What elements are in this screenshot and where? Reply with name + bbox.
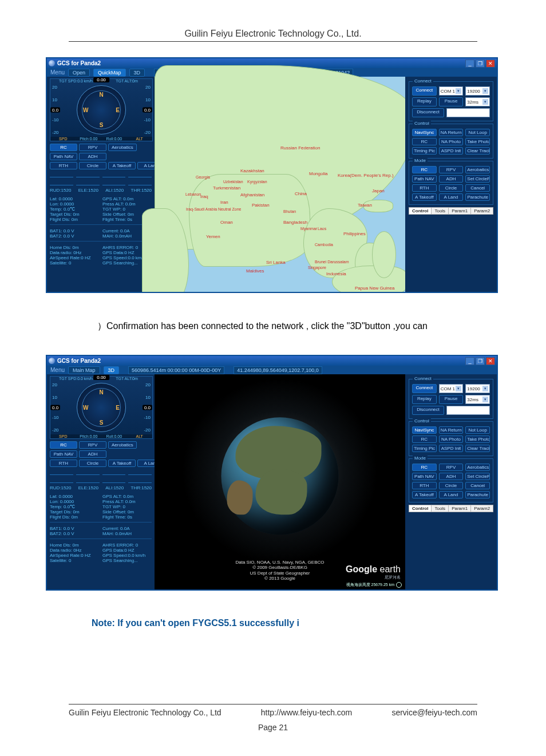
adh-button[interactable]: ADH bbox=[79, 153, 106, 160]
map-label: Brunei Darussalam bbox=[315, 260, 349, 264]
footer-rule bbox=[69, 704, 477, 704]
control-group: Control NaviSync NA Return Not Loop RC N… bbox=[409, 124, 493, 159]
map-label: Iraq-Saudi Arabia Neutral Zone bbox=[186, 207, 242, 211]
na-photo-button[interactable]: NA Photo bbox=[439, 138, 464, 145]
a-takeoff-button[interactable]: A Takeoff bbox=[108, 162, 136, 169]
screenshot-2d: GCS for Panda2 _ ❐ ✕ Menu Open QuickMap … bbox=[46, 57, 498, 293]
mode-adh-button[interactable]: ADH bbox=[439, 175, 464, 183]
baud-select[interactable]: 19200▾ bbox=[465, 86, 490, 96]
tab-control[interactable]: Control bbox=[409, 208, 432, 214]
mode-aerobatics-button[interactable]: Aerobatics bbox=[465, 166, 490, 173]
map-label: Maldives bbox=[246, 268, 264, 274]
compass-dial: N S W E bbox=[77, 85, 126, 134]
menu-item[interactable]: Menu bbox=[50, 69, 65, 76]
graph-slots bbox=[50, 172, 152, 177]
right-tabs[interactable]: Control Tools Param1 Param2 Route bbox=[409, 207, 493, 215]
aspd-init-button[interactable]: ASPD Init bbox=[439, 147, 464, 155]
map-label: Uzbekistan bbox=[223, 180, 243, 184]
left-panel: TGT SPD:0.0 km/hTGT ALT:0m 0.00 2010-10-… bbox=[47, 77, 155, 292]
window-minimize-button[interactable]: _ bbox=[465, 357, 474, 365]
map-label: Oman bbox=[220, 220, 233, 225]
connect-button[interactable]: Connect bbox=[412, 86, 437, 96]
mode-circle-button[interactable]: Circle bbox=[439, 184, 464, 192]
app-icon bbox=[49, 358, 55, 364]
map-label: Russian Federation bbox=[280, 145, 320, 151]
tab-param2[interactable]: Param2 bbox=[471, 208, 493, 214]
pause-button[interactable]: Pause bbox=[439, 97, 464, 106]
3d-button[interactable]: 3D bbox=[104, 366, 120, 374]
tab-param1[interactable]: Param1 bbox=[449, 208, 471, 214]
window-close-button[interactable]: ✕ bbox=[486, 60, 495, 68]
right-tabs[interactable]: Control Tools Param1 Param2 Route bbox=[409, 505, 493, 512]
mode-parachute-button[interactable]: Parachute bbox=[465, 193, 490, 201]
graph-slots bbox=[50, 180, 152, 185]
timing-pic-button[interactable]: Timing Pic bbox=[412, 147, 437, 155]
map-label: Iran bbox=[220, 200, 228, 205]
disconnect-button[interactable]: Disconnect bbox=[412, 108, 444, 117]
mode-rth-button[interactable]: RTH bbox=[412, 184, 437, 192]
rpv-mode-button[interactable]: RPV bbox=[79, 144, 106, 151]
open-button[interactable]: Open bbox=[68, 69, 90, 77]
header-company: Guilin Feiyu Electronic Technology Co., … bbox=[0, 29, 546, 39]
title-bar: GCS for Panda2 _ ❐ ✕ bbox=[47, 356, 497, 366]
map-2d[interactable]: Russian Federation Kazakhstan Mongolia C… bbox=[155, 77, 405, 292]
window-maximize-button[interactable]: ❐ bbox=[476, 357, 485, 365]
tab-tools[interactable]: Tools bbox=[432, 208, 449, 214]
map-label: Turkmenistan bbox=[213, 185, 240, 191]
mode-setcirclep-button[interactable]: Set CircleP bbox=[465, 175, 490, 183]
menu-bar: Menu Main Map 3D 560986.5414m 00:00:00 0… bbox=[47, 366, 497, 374]
rc-ctrl-button[interactable]: RC bbox=[412, 138, 437, 145]
aerobatics-mode-button[interactable]: Aerobatics bbox=[108, 144, 137, 151]
circle-button[interactable]: Circle bbox=[79, 162, 106, 169]
na-return-button[interactable]: NA Return bbox=[439, 129, 464, 136]
mouse-coords: 41.244980,89.564049,1202.7,100,0 bbox=[234, 366, 322, 374]
mode-rc-button[interactable]: RC bbox=[412, 166, 437, 173]
com-select[interactable]: COM 1▾ bbox=[439, 86, 464, 96]
battery-stats: BAT1: 0.0 VCurrent: 0.0A BAT2: 0.0 VMAH:… bbox=[50, 228, 152, 239]
mode-aland-button[interactable]: A Land bbox=[439, 193, 464, 201]
app-body: TGT SPD:0.0 km/hTGT ALT:0m 0.00 2010-10-… bbox=[47, 374, 497, 589]
map-label: Iraq bbox=[200, 194, 208, 199]
navisync-button[interactable]: NaviSync bbox=[412, 129, 437, 136]
footer-row: Guilin Feiyu Electronic Technology Co., … bbox=[69, 708, 477, 717]
map-label: Singapore bbox=[308, 266, 326, 270]
mode-rpv-button[interactable]: RPV bbox=[439, 166, 464, 173]
menu-item[interactable]: Menu bbox=[50, 367, 65, 373]
not-loop-button[interactable]: Not Loop bbox=[465, 129, 490, 136]
map-3d[interactable]: Data SIO, NOAA, U.S. Navy, NGA, GEBCO © … bbox=[155, 374, 405, 589]
map-label: Georgia bbox=[196, 175, 210, 179]
3d-button[interactable]: 3D bbox=[129, 69, 145, 77]
mode-pathnav-button[interactable]: Path NAV bbox=[412, 175, 437, 183]
map-label: Sri Lanka bbox=[266, 260, 286, 265]
left-panel: TGT SPD:0.0 km/hTGT ALT:0m 0.00 2010-10-… bbox=[47, 374, 155, 589]
map-label: Kyrgyzstan bbox=[247, 180, 267, 184]
map-label: Yemen bbox=[206, 234, 220, 239]
map-label: Korea(Dem. People's Rep.) bbox=[338, 173, 394, 178]
window-close-button[interactable]: ✕ bbox=[486, 357, 495, 365]
connect-status-field bbox=[446, 108, 490, 117]
window-minimize-button[interactable]: _ bbox=[465, 60, 474, 68]
body-paragraph: ）Confirmation has been connected to the … bbox=[97, 320, 428, 333]
footer-url: http://www.feiyu-tech.com bbox=[261, 708, 353, 717]
quickmap-button[interactable]: QuickMap bbox=[93, 69, 126, 77]
tab-route[interactable]: Route bbox=[493, 208, 498, 214]
take-photo-button[interactable]: Take Photo bbox=[465, 138, 490, 145]
map-label: Japan bbox=[372, 188, 385, 193]
heading-badge: 0.00 bbox=[93, 77, 109, 82]
mode-cancel-button[interactable]: Cancel bbox=[465, 184, 490, 192]
globe bbox=[221, 417, 339, 535]
right-panel: Connect ConnectCOM 1▾19200▾ ReplayPause3… bbox=[405, 374, 497, 589]
window-maximize-button[interactable]: ❐ bbox=[476, 60, 485, 68]
mainmap-button[interactable]: Main Map bbox=[68, 366, 100, 374]
mode-atakeoff-button[interactable]: A Takeoff bbox=[412, 193, 437, 201]
map-label: Bhutan bbox=[283, 209, 296, 213]
rth-button[interactable]: RTH bbox=[50, 162, 77, 169]
replay-button[interactable]: Replay bbox=[412, 97, 437, 106]
map-label: Mongolia bbox=[309, 171, 327, 176]
pathnav-button[interactable]: Path NAV bbox=[50, 153, 77, 160]
clear-track-button[interactable]: Clear Track bbox=[465, 147, 490, 155]
interval-select[interactable]: 32ms▾ bbox=[465, 97, 490, 106]
footer-page: Page 21 bbox=[0, 723, 546, 732]
rc-mode-button[interactable]: RC bbox=[50, 144, 77, 151]
map-label: Lebanon bbox=[185, 192, 201, 196]
